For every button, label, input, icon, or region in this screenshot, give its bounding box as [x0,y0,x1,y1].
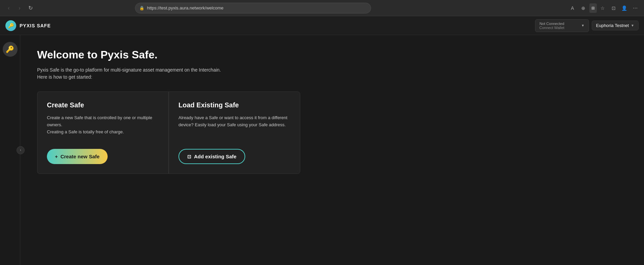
cards-row: Create Safe Create a new Safe that is co… [37,91,300,174]
url-text: https://test.pyxis.aura.network/welcome [147,5,224,10]
page-subtitle: Pyxis Safe is the go-to platform for mul… [37,67,627,81]
translate-icon[interactable]: A [568,3,577,13]
menu-icon[interactable]: ⋯ [631,3,640,13]
create-safe-description: Create a new Safe that is controlled by … [47,114,159,135]
wallet-status: Not Connected Connect Wallet [539,22,564,30]
load-existing-safe-card: Load Existing Safe Already have a Safe o… [169,91,300,174]
create-safe-card: Create Safe Create a new Safe that is co… [37,91,168,174]
app-header: 🔑 PYXIS SAFE Not Connected Connect Walle… [0,16,644,35]
profile-icon[interactable]: ⊕ [579,3,588,13]
logo-icon: 🔑 [5,20,16,31]
reload-button[interactable]: ↻ [26,3,35,13]
header-right: Not Connected Connect Wallet ▼ Euphoria … [535,19,639,32]
add-existing-safe-button-label: Add existing Safe [194,154,236,159]
sidebar-avatar: 🔑 [3,42,18,57]
wallet-dropdown-arrow: ▼ [581,24,585,27]
wallet-status-label: Not Connected [539,22,564,26]
network-label: Euphoria Testnet [596,23,629,28]
app-container: 🔑 PYXIS SAFE Not Connected Connect Walle… [0,16,644,265]
sidebar: 🔑 › [0,35,20,265]
safe-icon: ⊡ [187,154,191,159]
logo-text: PYXIS SAFE [20,23,51,28]
forward-button[interactable]: › [15,3,24,13]
extensions-button[interactable]: ⊞ [589,3,597,13]
plus-icon: + [55,154,58,159]
bookmark-icon[interactable]: ☆ [598,3,608,13]
load-safe-title: Load Existing Safe [178,101,290,109]
create-new-safe-button[interactable]: + Create new Safe [47,149,108,164]
load-safe-description: Already have a Safe or want to access it… [178,114,290,135]
content-area: Welcome to Pyxis Safe. Pyxis Safe is the… [20,35,644,265]
create-safe-title: Create Safe [47,101,159,109]
network-dropdown-arrow: ▼ [631,24,634,27]
subtitle-line1: Pyxis Safe is the go-to platform for mul… [37,67,221,73]
browser-nav-buttons: ‹ › ↻ [4,3,35,13]
add-existing-safe-button[interactable]: ⊡ Add existing Safe [178,149,245,164]
sidebar-expand-button[interactable]: › [17,146,25,154]
account-icon[interactable]: 👤 [620,3,629,13]
address-bar[interactable]: 🔒 https://test.pyxis.aura.network/welcom… [135,3,371,14]
wallet-status-sub: Connect Wallet [539,26,564,30]
browser-actions: A ⊕ ⊞ ☆ ⊡ 👤 ⋯ [568,3,640,13]
wallet-connect-button[interactable]: Not Connected Connect Wallet ▼ [535,19,589,32]
browser-chrome: ‹ › ↻ 🔒 https://test.pyxis.aura.network/… [0,0,644,16]
create-safe-button-label: Create new Safe [60,154,100,159]
subtitle-line2: Here is how to get started: [37,74,92,80]
logo-area: 🔑 PYXIS SAFE [5,20,51,31]
main-layout: 🔑 › Welcome to Pyxis Safe. Pyxis Safe is… [0,35,644,265]
network-button[interactable]: Euphoria Testnet ▼ [592,21,639,30]
lock-icon: 🔒 [139,6,144,10]
page-title: Welcome to Pyxis Safe. [37,49,627,61]
back-button[interactable]: ‹ [4,3,13,13]
cast-icon[interactable]: ⊡ [609,3,618,13]
